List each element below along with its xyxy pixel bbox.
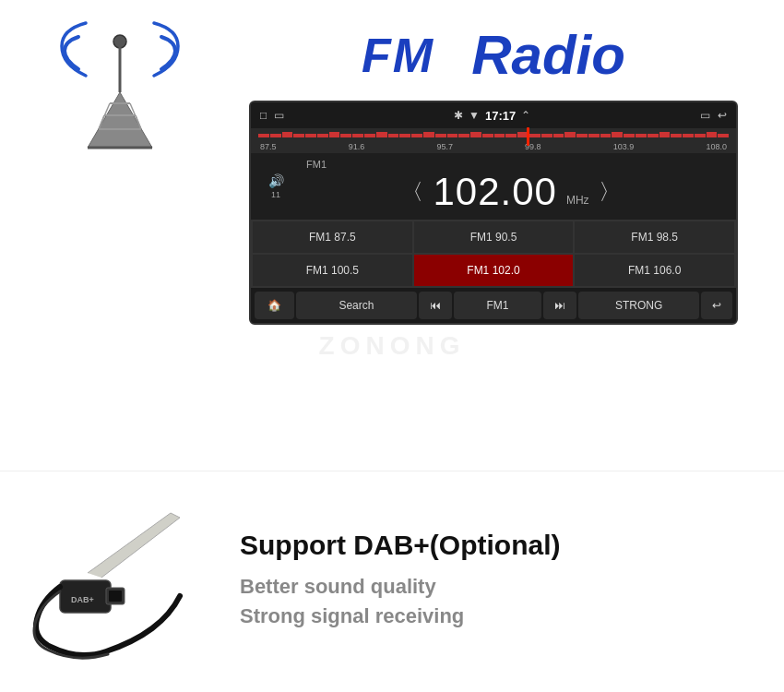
svg-marker-2 <box>88 92 152 148</box>
dab-device-area: DAB+ <box>18 499 221 665</box>
freq-value-row: 〈 102.00 MHz 〉 <box>401 170 620 214</box>
dab-feature-2: Strong signal receiving <box>240 604 766 628</box>
preset-btn-875[interactable]: FM1 87.5 <box>253 221 412 253</box>
presets-grid: FM1 87.5 FM1 90.5 FM1 98.5 FM1 100.5 FM1… <box>251 220 736 288</box>
freq-marks: 87.5 91.6 95.7 99.8 103.9 108.0 <box>258 142 729 151</box>
status-bar: □ ▭ ✱ ▼ 17:17 ⌃ ▭ ↩ <box>251 102 736 128</box>
preset-btn-905[interactable]: FM1 90.5 <box>414 221 574 253</box>
status-time: 17:17 <box>485 109 516 123</box>
back-nav-icon: ↩ <box>718 109 727 122</box>
radio-tower-icon <box>51 18 189 157</box>
next-button[interactable]: ⏭ <box>543 292 576 319</box>
freq-center: FM1 〈 102.00 MHz 〉 <box>297 159 725 214</box>
freq-mark-875: 87.5 <box>260 142 277 151</box>
prev-button[interactable]: ⏮ <box>419 292 452 319</box>
bottom-section: DAB+ Support DAB+(Optional) Better sound… <box>0 471 784 692</box>
frequency-display: 🔊 11 FM1 〈 102.00 MHz 〉 <box>251 153 736 220</box>
home-status-icon: □ <box>260 109 267 122</box>
status-right-icons: ▭ ↩ <box>700 109 727 122</box>
status-left-icons: □ ▭ <box>260 109 284 122</box>
strong-button[interactable]: STRONG <box>578 292 699 319</box>
band-label: FM1 <box>306 159 327 170</box>
window-icon: ▭ <box>700 109 710 122</box>
home-button[interactable]: 🏠 <box>255 292 294 319</box>
dab-device-icon: DAB+ <box>32 499 208 665</box>
preset-btn-1020[interactable]: FM1 102.0 <box>414 255 574 286</box>
expand-icon: ⌃ <box>521 109 530 122</box>
preset-btn-1005[interactable]: FM1 100.5 <box>253 255 412 286</box>
tower-icon-area <box>18 9 221 157</box>
radio-screen: □ ▭ ✱ ▼ 17:17 ⌃ ▭ ↩ <box>249 101 738 325</box>
volume-area: 🔊 11 <box>262 173 290 199</box>
signal-icon: ▼ <box>469 109 480 122</box>
title-and-screen-area: FM Radio □ ▭ ✱ ▼ 17:17 ⌃ ▭ ↩ <box>221 9 766 325</box>
freq-position-marker <box>527 127 529 146</box>
volume-icon: 🔊 <box>268 173 284 188</box>
fm-radio-title: FM Radio <box>362 9 625 96</box>
svg-rect-13 <box>109 591 122 602</box>
freq-mark-957: 95.7 <box>436 142 453 151</box>
freq-next-button[interactable]: 〉 <box>599 177 621 207</box>
freq-prev-button[interactable]: 〈 <box>401 177 423 207</box>
recent-status-icon: ▭ <box>274 109 284 122</box>
back-button[interactable]: ↩ <box>701 292 732 319</box>
status-center-area: ✱ ▼ 17:17 ⌃ <box>454 109 530 123</box>
freq-mark-1039: 103.9 <box>613 142 635 151</box>
radio-label: Radio <box>471 23 625 87</box>
preset-btn-985[interactable]: FM1 98.5 <box>575 221 734 253</box>
tuner-ticks <box>258 132 729 137</box>
dab-info: Support DAB+(Optional) Better sound qual… <box>221 530 766 634</box>
fm1-button[interactable]: FM1 <box>454 292 541 319</box>
freq-mark-1080: 108.0 <box>706 142 727 151</box>
preset-btn-1060[interactable]: FM1 106.0 <box>575 255 734 286</box>
dab-feature-1: Better sound quality <box>240 575 766 599</box>
bluetooth-icon: ✱ <box>454 109 463 122</box>
svg-point-0 <box>113 35 126 48</box>
fm-label: FM <box>362 28 434 83</box>
bottom-controls: 🏠 Search ⏮ FM1 ⏭ STRONG ↩ <box>251 288 736 323</box>
freq-unit: MHz <box>566 194 589 207</box>
dab-title: Support DAB+(Optional) <box>240 530 766 561</box>
volume-level: 11 <box>271 190 280 199</box>
freq-value: 102.00 <box>433 170 556 214</box>
svg-text:DAB+: DAB+ <box>71 595 94 604</box>
search-button[interactable]: Search <box>296 292 417 319</box>
tuner-bar: 87.5 91.6 95.7 99.8 103.9 108.0 <box>251 128 736 153</box>
freq-mark-916: 91.6 <box>349 142 365 151</box>
top-section: FM Radio □ ▭ ✱ ▼ 17:17 ⌃ ▭ ↩ <box>0 0 784 471</box>
